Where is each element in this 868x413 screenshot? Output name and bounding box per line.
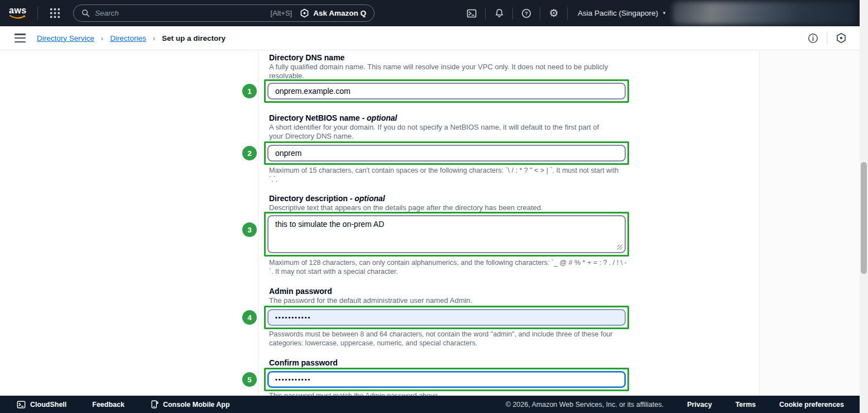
navbar-separator: [567, 7, 568, 20]
field-description-admin-password: The password for the default administrat…: [269, 296, 472, 305]
right-panel-strip: [760, 50, 860, 396]
console-footer: CloudShell Feedback Console Mobile App ©…: [0, 396, 860, 413]
footer-cookie-preferences-link[interactable]: Cookie preferences: [779, 401, 844, 409]
constraint-description: Maximum of 128 characters, can only cont…: [269, 258, 629, 276]
services-grid-icon[interactable]: [45, 4, 64, 23]
netbios-name-input[interactable]: [267, 145, 626, 162]
footer-feedback-button[interactable]: Feedback: [92, 401, 124, 409]
svg-text:?: ?: [525, 10, 528, 16]
field-description-dns-name: A fully qualified domain name. This name…: [269, 63, 614, 80]
constraint-admin-password: Passwords must be between 8 and 64 chara…: [269, 330, 629, 348]
aws-logo[interactable]: aws: [9, 5, 30, 22]
annotation-badge-4: 4: [242, 310, 257, 325]
annotation-box-4: [264, 306, 629, 329]
navbar-separator: [540, 7, 540, 20]
cloudshell-icon[interactable]: [463, 4, 481, 22]
page-scrollbar-thumb[interactable]: [861, 162, 867, 274]
chevron-down-icon: ▼: [662, 11, 666, 16]
admin-password-input[interactable]: [267, 309, 626, 326]
settings-gear-icon[interactable]: ⚙: [545, 4, 563, 22]
navbar-separator: [512, 7, 513, 20]
breadcrumb-link-directory-service[interactable]: Directory Service: [37, 34, 94, 42]
search-placeholder: Search: [95, 9, 271, 17]
account-menu-redacted[interactable]: [673, 2, 855, 25]
navbar-right-group: ? ⚙ Asia Pacific (Singapore) ▼: [463, 0, 666, 26]
annotation-badge-1: 1: [242, 84, 257, 98]
annotation-badge-3: 3: [242, 222, 257, 237]
mobile-phone-icon: [150, 400, 159, 409]
side-menu-hamburger-icon[interactable]: [15, 34, 26, 42]
right-column-divider: [759, 50, 760, 396]
annotation-box-1: [264, 79, 629, 103]
constraint-netbios: Maximum of 15 characters, can't contain …: [269, 166, 629, 184]
field-label-netbios-name: Directory NetBIOS name - optional: [269, 113, 397, 122]
breadcrumb-right-tools: [805, 31, 848, 45]
breadcrumb-link-directories[interactable]: Directories: [110, 34, 146, 42]
page-scrollbar-track[interactable]: [860, 0, 868, 413]
amazon-q-panel-icon[interactable]: [834, 31, 848, 45]
footer-terms-link[interactable]: Terms: [735, 401, 756, 409]
info-icon[interactable]: [805, 31, 820, 45]
search-icon: [81, 9, 90, 17]
help-icon[interactable]: ?: [517, 4, 535, 22]
breadcrumb: Directory Service › Directories › Set up…: [37, 34, 226, 42]
aws-smile-icon: [9, 15, 27, 21]
footer-console-mobile-app-button[interactable]: Console Mobile App: [150, 400, 230, 409]
breadcrumb-separator: ›: [153, 34, 155, 42]
field-label-dns-name: Directory DNS name: [269, 53, 344, 62]
search-input[interactable]: Search [Alt+S] Ask Amazon Q: [73, 4, 375, 22]
left-column-divider: [258, 50, 258, 396]
annotation-box-3: this to simulate the on-prem AD: [264, 212, 629, 257]
notifications-bell-icon[interactable]: [490, 4, 508, 22]
breadcrumb-tools-separator: [827, 32, 827, 44]
footer-copyright: © 2026, Amazon Web Services, Inc. or its…: [506, 401, 664, 409]
annotation-box-2: [264, 141, 629, 165]
directory-description-textarea[interactable]: this to simulate the on-prem AD: [267, 215, 626, 253]
optional-tag: - optional: [348, 194, 385, 203]
field-description-netbios: A short identifier for your domain. If y…: [269, 123, 614, 141]
top-navbar: aws Search [Alt+S]: [0, 0, 860, 26]
annotation-badge-2: 2: [242, 146, 257, 160]
field-label-admin-password: Admin password: [269, 287, 332, 296]
annotation-badge-5: 5: [242, 372, 257, 387]
breadcrumb-separator: ›: [101, 34, 103, 42]
cloudshell-terminal-icon: [17, 400, 26, 409]
footer-cloudshell-button[interactable]: CloudShell: [17, 400, 66, 409]
region-label: Asia Pacific (Singapore): [578, 9, 658, 17]
annotation-box-5: [264, 368, 629, 391]
search-shortcut: [Alt+S]: [271, 9, 292, 17]
breadcrumb-current-page: Set up a directory: [162, 34, 226, 42]
field-label-confirm-password: Confirm password: [269, 358, 338, 367]
ask-amazon-q-label: Ask Amazon Q: [313, 9, 366, 17]
confirm-password-input[interactable]: [267, 371, 626, 388]
dns-name-input[interactable]: [267, 83, 626, 99]
region-selector[interactable]: Asia Pacific (Singapore) ▼: [578, 9, 666, 17]
field-description-description: Descriptive text that appears on the det…: [269, 203, 543, 212]
amazon-q-icon: [300, 8, 309, 18]
ask-amazon-q-button[interactable]: Ask Amazon Q: [300, 8, 366, 18]
optional-tag: - optional: [360, 113, 397, 122]
footer-privacy-link[interactable]: Privacy: [687, 401, 712, 409]
aws-console-page: aws Search [Alt+S]: [0, 0, 868, 413]
navbar-divider: [37, 7, 38, 20]
aws-logo-text: aws: [9, 5, 30, 16]
breadcrumb-bar: Directory Service › Directories › Set up…: [0, 26, 860, 50]
field-label-description: Directory description - optional: [269, 194, 385, 203]
navbar-separator: [485, 7, 486, 20]
